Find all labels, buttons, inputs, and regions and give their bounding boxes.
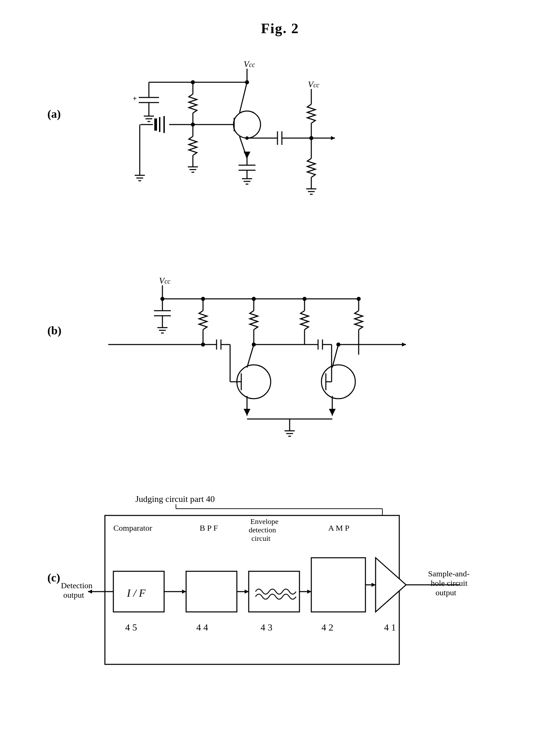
detection-output-label2: output — [63, 591, 84, 599]
block-42-num: 4 2 — [321, 622, 333, 633]
envelope-label3: circuit — [252, 534, 271, 542]
svg-marker-128 — [376, 558, 406, 612]
svg-line-117 — [125, 344, 203, 382]
envelope-label2: detection — [249, 526, 276, 534]
svg-point-55 — [245, 136, 249, 140]
block-43-num: 4 3 — [261, 622, 273, 633]
sample-hold-label2: hole circuit — [431, 579, 467, 588]
detection-output-label1: Detection — [61, 581, 93, 590]
svg-point-15 — [234, 111, 261, 138]
svg-line-95 — [247, 344, 254, 368]
svg-text:Vcc: Vcc — [308, 80, 319, 90]
bpf-label: B P F — [200, 523, 218, 532]
svg-line-102 — [332, 344, 338, 368]
sample-hold-label1: Sample-and- — [428, 569, 469, 578]
sample-hold-label3: output — [436, 588, 457, 597]
page: Fig. 2 (a) Vcc + — [0, 0, 560, 751]
svg-marker-134 — [245, 590, 249, 594]
svg-marker-44 — [331, 136, 335, 140]
section-a-label: (a) — [47, 107, 61, 120]
circuit-c: (c) Judging circuit part 40 Comparator B… — [27, 490, 533, 727]
amp-label: A M P — [328, 523, 349, 532]
svg-marker-109 — [402, 342, 406, 347]
svg-rect-127 — [311, 558, 365, 612]
svg-marker-132 — [182, 590, 186, 594]
svg-point-116 — [252, 342, 256, 347]
judging-circuit-label: Judging circuit part 40 — [135, 494, 215, 504]
svg-marker-138 — [372, 583, 376, 587]
circuit-b: (b) Vcc — [27, 274, 533, 463]
envelope-label: Envelope — [251, 517, 279, 526]
svg-point-91 — [237, 365, 271, 399]
svg-rect-125 — [186, 571, 237, 612]
circuit-c-svg: Judging circuit part 40 Comparator B P F… — [61, 490, 535, 713]
comparator-group-label: Comparator — [113, 523, 152, 532]
svg-rect-126 — [249, 571, 299, 612]
block-45-label: I / F — [126, 587, 146, 599]
svg-marker-97 — [244, 409, 251, 416]
section-c-label: (c) — [47, 571, 60, 584]
svg-marker-130 — [88, 590, 92, 594]
svg-marker-136 — [307, 590, 311, 594]
vcc-label-a1: Vcc — [244, 59, 255, 69]
circuit-b-svg: Vcc — [81, 274, 454, 450]
svg-marker-105 — [329, 409, 336, 416]
circuit-a-svg: Vcc + — [81, 57, 420, 233]
svg-point-70 — [160, 297, 164, 301]
block-44-num: 4 4 — [196, 622, 208, 633]
section-b-label: (b) — [47, 324, 62, 337]
svg-point-119 — [201, 342, 205, 347]
svg-text:+: + — [133, 94, 137, 102]
block-45-num: 4 5 — [125, 622, 137, 633]
block-41-num: 4 1 — [384, 622, 396, 633]
circuit-a: (a) Vcc + — [27, 57, 533, 246]
svg-line-18 — [240, 82, 247, 113]
figure-title: Fig. 2 — [27, 20, 533, 37]
svg-text:Vcc: Vcc — [159, 276, 171, 285]
